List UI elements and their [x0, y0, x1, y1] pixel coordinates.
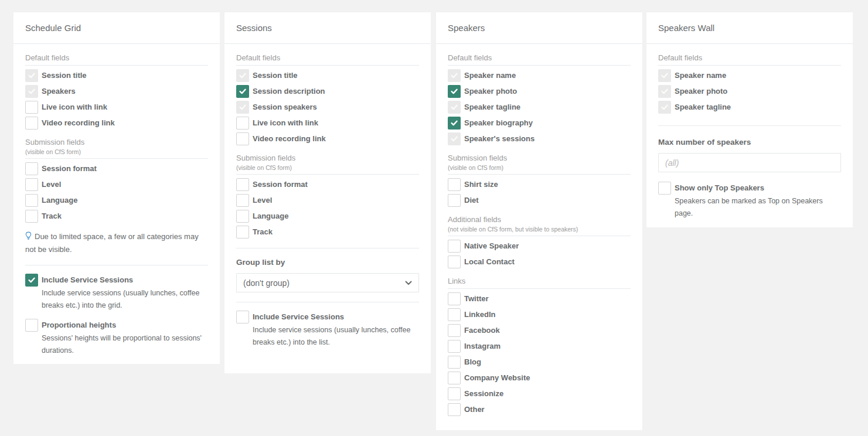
checkbox[interactable] — [448, 387, 461, 400]
section-submission-fields: Submission fields (visible on CfS form) … — [448, 154, 631, 207]
checkbox[interactable] — [236, 194, 249, 207]
checkbox[interactable] — [448, 403, 461, 416]
checkbox-label[interactable]: Blog — [464, 356, 481, 369]
checkbox-label[interactable]: Local Contact — [464, 256, 515, 268]
checkbox-row: Track — [236, 226, 419, 239]
checkbox[interactable] — [25, 117, 38, 130]
checkbox-row: Facebook — [448, 324, 631, 337]
checkbox-label[interactable]: Show only Top Speakers — [675, 182, 764, 195]
checkbox-label[interactable]: Other — [464, 403, 485, 416]
checkbox-row: Session description — [236, 85, 419, 98]
checkbox-label[interactable]: Language — [42, 194, 77, 207]
hint-text: Due to limited space, a few or all categ… — [25, 232, 199, 254]
section-label: Additional fields — [448, 215, 631, 224]
checkbox-text: Twitter — [464, 292, 631, 305]
section-note: (visible on CfS form) — [236, 164, 419, 172]
checkbox[interactable] — [236, 178, 249, 191]
checkbox[interactable] — [448, 117, 461, 130]
checkbox-row: Native Speaker — [448, 240, 631, 253]
checkbox-row: Diet — [448, 194, 631, 207]
checkbox-label[interactable]: Level — [253, 194, 272, 207]
check-icon — [451, 136, 458, 142]
checkbox[interactable] — [448, 372, 461, 384]
checkbox-text: Speaker name — [464, 69, 631, 82]
checkbox-label[interactable]: Facebook — [464, 324, 500, 337]
panel-body: Default fields Speaker nameSpeaker photo… — [646, 44, 853, 227]
checkbox[interactable] — [658, 182, 671, 195]
checkbox-label[interactable]: Diet — [464, 194, 479, 207]
check-icon — [28, 277, 35, 283]
checkbox-row: Speaker photo — [448, 85, 631, 98]
check-icon — [239, 73, 246, 79]
checkbox-label[interactable]: Twitter — [464, 292, 489, 305]
checkbox-locked — [25, 69, 38, 82]
checkbox-label[interactable]: Video recording link — [42, 117, 115, 130]
checkbox-label[interactable]: Include Service Sessions — [42, 274, 133, 287]
checkbox-label[interactable]: Level — [42, 178, 61, 191]
checkbox[interactable] — [25, 162, 38, 175]
checkbox[interactable] — [236, 210, 249, 223]
checkbox-label[interactable]: Track — [253, 226, 273, 239]
check-icon — [661, 73, 668, 79]
checkbox[interactable] — [236, 226, 249, 239]
checkbox[interactable] — [25, 178, 38, 191]
checkbox[interactable] — [448, 85, 461, 98]
checkbox-text: Video recording link — [253, 132, 419, 145]
checkbox-row: Level — [25, 178, 208, 191]
panel-speakers: Speakers Default fields Speaker nameSpea… — [436, 12, 642, 430]
checkbox[interactable] — [448, 256, 461, 268]
checkbox[interactable] — [448, 292, 461, 305]
section-submission-fields: Submission fields (visible on CfS form) … — [236, 154, 419, 239]
checkbox-row: Twitter — [448, 292, 631, 305]
checkbox-label[interactable]: Speaker biography — [464, 117, 533, 130]
checkbox[interactable] — [236, 132, 249, 145]
checkbox-text: Language — [42, 194, 208, 207]
checkbox-label[interactable]: Sessionize — [464, 387, 503, 400]
group-list-by-select[interactable]: (don't group) — [236, 273, 419, 292]
checkbox-label[interactable]: Instagram — [464, 340, 501, 353]
check-icon — [451, 104, 458, 110]
checkbox[interactable] — [25, 319, 38, 332]
checkbox-label[interactable]: Proportional heights — [42, 319, 116, 332]
checkbox-label[interactable]: Live icon with link — [253, 117, 318, 130]
checkbox[interactable] — [448, 340, 461, 353]
checkbox[interactable] — [25, 194, 38, 207]
checkbox-label: Speaker photo — [675, 85, 727, 98]
checkbox-row: Proportional heightsSessions' heights wi… — [25, 319, 208, 357]
section-header: Default fields — [25, 53, 208, 66]
checkbox[interactable] — [448, 308, 461, 321]
checkbox-label[interactable]: Language — [253, 210, 288, 223]
checkbox[interactable] — [236, 85, 249, 98]
checkbox-text: Show only Top SpeakersSpeakers can be ma… — [675, 182, 841, 220]
checkbox-label[interactable]: Company Website — [464, 372, 530, 384]
checkbox-text: Instagram — [464, 340, 631, 353]
checkbox[interactable] — [25, 274, 38, 287]
checkbox[interactable] — [448, 194, 461, 207]
checkbox[interactable] — [448, 240, 461, 253]
checkbox-text: Speaker tagline — [464, 101, 631, 114]
checkbox-row: Speaker photo — [658, 85, 841, 98]
checkbox-label[interactable]: Track — [42, 210, 62, 223]
checkbox[interactable] — [448, 356, 461, 369]
checkbox-label[interactable]: Session description — [253, 85, 325, 98]
checkbox[interactable] — [236, 117, 249, 130]
checkbox-label[interactable]: Include Service Sessions — [253, 311, 344, 323]
checkbox-label[interactable]: Video recording link — [253, 132, 326, 145]
checkbox[interactable] — [236, 311, 249, 323]
checkbox-label[interactable]: Speaker photo — [464, 85, 517, 98]
checkbox-label[interactable]: LinkedIn — [464, 308, 495, 321]
checkbox-label[interactable]: Native Speaker — [464, 240, 519, 253]
checkbox[interactable] — [25, 101, 38, 114]
max-speakers-input[interactable] — [658, 153, 841, 172]
checkbox-list: TwitterLinkedInFacebookInstagramBlogComp… — [448, 292, 631, 416]
checkbox-label[interactable]: Session format — [253, 178, 308, 191]
checkbox-text: Speaker's sessions — [464, 132, 631, 145]
panel-body: Default fields Session titleSession desc… — [224, 44, 431, 367]
checkbox-label[interactable]: Live icon with link — [42, 101, 107, 114]
checkbox-label[interactable]: Shirt size — [464, 178, 498, 191]
checkbox[interactable] — [448, 178, 461, 191]
embed-settings-page: Schedule Grid Default fields Session tit… — [0, 0, 868, 436]
checkbox[interactable] — [25, 210, 38, 223]
checkbox-label[interactable]: Session format — [42, 162, 97, 175]
checkbox[interactable] — [448, 324, 461, 337]
